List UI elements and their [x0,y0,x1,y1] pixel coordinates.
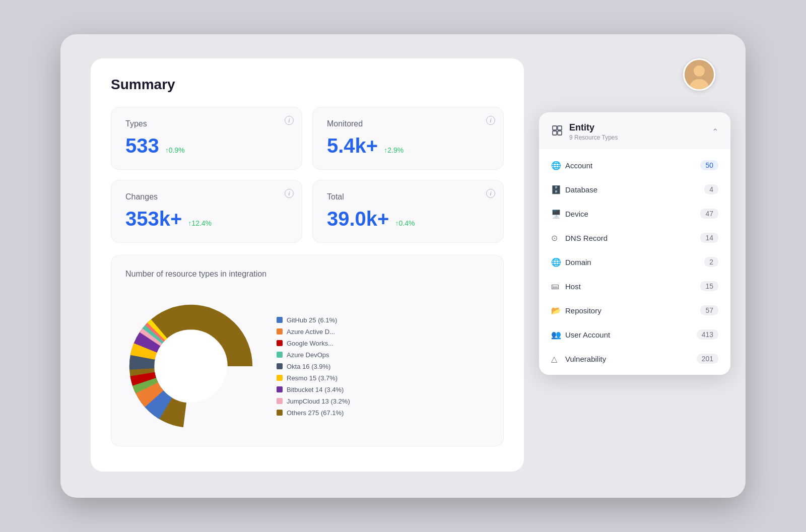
svg-rect-17 [553,126,557,130]
entity-label-domain: Domain [565,258,704,267]
chart-content: GitHub 25 (6.1%) Azure Active D... Googl… [125,291,489,442]
entity-label-dns: DNS Record [565,234,700,242]
total-value: 39.0k+ [327,208,389,230]
legend-label-resmo: Resmo 15 (3.7%) [287,374,338,382]
server-icon: 🖴 [551,282,565,291]
entity-count-device: 47 [700,209,718,219]
entity-label-database: Database [565,185,704,194]
total-value-row: 39.0k+ 0.4% [327,208,489,230]
legend-label-bitbucket: Bitbucket 14 (3.4%) [287,386,344,393]
legend-dot-azure-devops [277,352,283,358]
entity-row-repository[interactable]: 📂 Repository 57 [539,298,730,322]
types-card: i Types 533 0.9% [111,107,302,170]
legend-item: Others 275 (67.1%) [277,409,350,417]
legend-item: Azure Active D... [277,328,350,336]
changes-card: i Changes 353k+ 12.4% [111,180,302,243]
monitor-icon: 🖥️ [551,209,565,219]
legend-dot-bitbucket [277,386,283,392]
database-icon: 🗄️ [551,185,565,194]
chart-title: Number of resource types in integration [125,270,489,279]
monitored-value-row: 5.4k+ 2.9% [327,135,489,157]
changes-value-row: 353k+ 12.4% [125,208,288,230]
legend-item: Resmo 15 (3.7%) [277,374,350,382]
entity-row-vulnerability[interactable]: △ Vulnerability 201 [539,347,730,371]
types-value: 533 [125,135,159,157]
chart-legend: GitHub 25 (6.1%) Azure Active D... Googl… [277,316,350,417]
entity-row-user-account[interactable]: 👥 User Account 413 [539,322,730,347]
entity-row-device[interactable]: 🖥️ Device 47 [539,202,730,226]
legend-dot-others [277,410,283,416]
info-icon-2: i [486,115,495,125]
entity-row-database[interactable]: 🗄️ Database 4 [539,177,730,202]
entity-count-database: 4 [704,184,718,194]
avatar [683,58,715,91]
entity-row-host[interactable]: 🖴 Host 15 [539,274,730,298]
entity-label-user-account: User Account [565,330,697,339]
at-icon: ⊙ [551,233,565,243]
triangle-icon: △ [551,354,565,364]
info-icon: i [285,115,294,125]
entity-count-vulnerability: 201 [697,354,718,364]
entity-header: Entity 9 Resource Types ⌃ [539,112,730,149]
summary-title: Summary [111,77,504,93]
cards-grid: i Types 533 0.9% i Monitored 5.4k+ 2.9% … [111,107,504,243]
legend-label-others: Others 275 (67.1%) [287,409,344,417]
entity-title-group: Entity 9 Resource Types [569,122,618,141]
legend-item: Okta 16 (3.9%) [277,363,350,370]
legend-label-google: Google Works... [287,340,333,347]
changes-value: 353k+ [125,208,182,230]
svg-rect-18 [558,126,562,130]
legend-item: Azure DevOps [277,351,350,359]
types-value-row: 533 0.9% [125,135,288,157]
entity-label-host: Host [565,282,700,291]
legend-dot-azure-ad [277,328,283,335]
chevron-up-icon[interactable]: ⌃ [712,127,718,137]
total-card: i Total 39.0k+ 0.4% [312,180,504,243]
legend-label-okta: Okta 16 (3.9%) [287,363,330,370]
total-change: 0.4% [395,219,415,227]
entity-header-left: Entity 9 Resource Types [551,122,618,141]
entity-count-user-account: 413 [697,329,718,340]
legend-dot-github [277,317,283,323]
inbox-icon: 📂 [551,306,565,315]
legend-item: Bitbucket 14 (3.4%) [277,386,350,393]
legend-label-azure-ad: Azure Active D... [287,328,335,336]
entity-list: 🌐 Account 50 🗄️ Database 4 🖥️ Device 47 … [539,149,730,375]
legend-dot-okta [277,363,283,369]
changes-label: Changes [125,192,288,202]
monitored-label: Monitored [327,119,489,128]
entity-label-repository: Repository [565,306,700,315]
entity-panel: Entity 9 Resource Types ⌃ 🌐 Account 50 🗄… [539,112,730,375]
screen: Summary i Types 533 0.9% i Monitored 5.4… [60,34,746,498]
entity-row-domain[interactable]: 🌐 Domain 2 [539,250,730,274]
entity-count-account: 50 [700,160,718,170]
globe-icon: 🌐 [551,161,565,170]
types-change: 0.9% [165,146,185,154]
legend-item: Google Works... [277,340,350,347]
svg-point-16 [155,330,227,403]
entity-label-vulnerability: Vulnerability [565,355,697,363]
legend-dot-resmo [277,375,283,381]
info-icon-4: i [486,188,495,198]
entity-label-account: Account [565,161,700,170]
changes-change: 12.4% [188,219,212,227]
legend-label-azure-devops: Azure DevOps [287,351,329,359]
summary-panel: Summary i Types 533 0.9% i Monitored 5.4… [91,58,524,472]
svg-rect-20 [558,131,562,135]
legend-label-github: GitHub 25 (6.1%) [287,316,337,324]
svg-point-3 [694,66,705,76]
legend-item: JumpCloud 13 (3.2%) [277,397,350,405]
entity-label-device: Device [565,210,700,218]
monitored-value: 5.4k+ [327,135,378,157]
svg-rect-19 [553,131,557,135]
monitored-card: i Monitored 5.4k+ 2.9% [312,107,504,170]
entity-count-domain: 2 [704,257,718,267]
entity-subtitle: 9 Resource Types [569,134,618,141]
legend-label-jumpcloud: JumpCloud 13 (3.2%) [287,397,350,405]
entity-row-account[interactable]: 🌐 Account 50 [539,153,730,177]
entity-row-dns[interactable]: ⊙ DNS Record 14 [539,226,730,250]
legend-item: GitHub 25 (6.1%) [277,316,350,324]
donut-chart [125,301,256,432]
entity-title: Entity [569,122,618,133]
users-icon: 👥 [551,330,565,340]
